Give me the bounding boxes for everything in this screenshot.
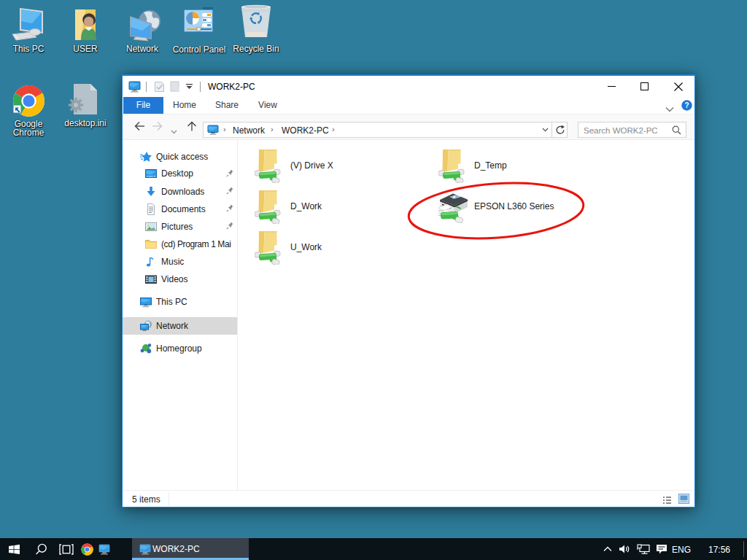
svg-text:?: ? (684, 101, 689, 109)
